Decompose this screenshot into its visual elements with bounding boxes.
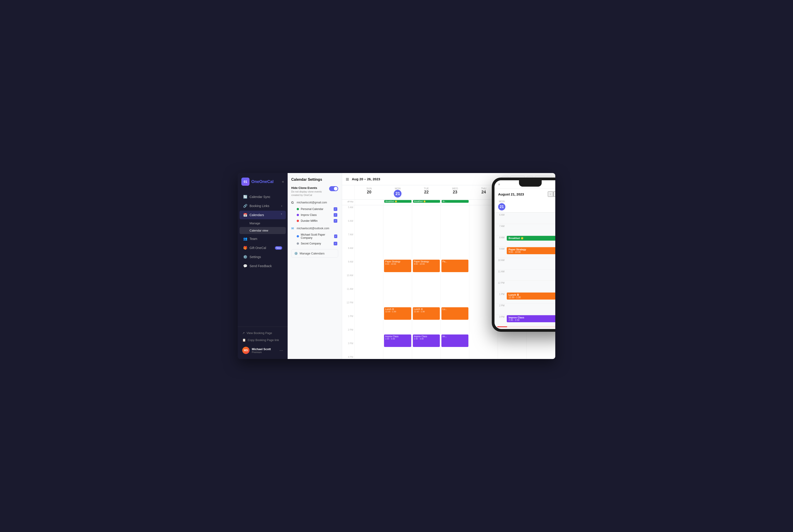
sidebar-item-booking-links[interactable]: 🔗 Booking Links › xyxy=(240,202,286,210)
avatar: MS xyxy=(242,347,249,354)
paper-company-item[interactable]: Michael Scott Paper Company ✓ xyxy=(291,232,338,241)
feedback-icon: 💬 xyxy=(243,264,247,268)
event-improv-mon[interactable]: Improv Class 2:30 - 3:30 xyxy=(384,335,411,347)
phone-header: August 21, 2023 ‹ › ··· xyxy=(494,189,555,198)
event-lunch-tue[interactable]: Lunch 🗓 12:30 - 1:30 xyxy=(413,307,440,320)
phone-progress-bar xyxy=(497,326,555,327)
phone-time-grid[interactable]: 6 AM 7 AM 8 AM xyxy=(494,212,555,326)
day-col-sun xyxy=(355,205,383,359)
phone-notch xyxy=(519,180,542,187)
booking-links-icon: 🔗 xyxy=(243,204,247,208)
sidebar-sub-item-calendar-view[interactable]: Calendar view xyxy=(240,227,286,234)
settings-icon: ⚙️ xyxy=(243,255,247,259)
outlook-account: ✉ michaelscott@outlook.com xyxy=(291,227,338,230)
event-lunch-mon[interactable]: Lunch 🗓 12:30 - 1:30 xyxy=(384,307,411,320)
phone-row-6am: 6 AM xyxy=(494,212,555,224)
user-menu-button[interactable]: ⋯ xyxy=(280,348,283,353)
app-container: 01 OneOneCal « 🔄 Calendar Sync 🔗 Booking… xyxy=(238,173,555,359)
google-account-section: G michaelscott@gmail.com Personal Calend… xyxy=(291,201,338,224)
paper-cal-check: ✓ xyxy=(334,234,337,238)
sidebar-item-team[interactable]: 👥 Team xyxy=(240,234,286,243)
day-header-mon: MON 21 xyxy=(383,185,412,199)
day-col-tue: Paper Strategy 9:00 - 10:00 Lunch 🗓 12:3… xyxy=(412,205,441,359)
phone-day-display: MON 21 xyxy=(498,200,505,211)
sidebar-item-label: Settings xyxy=(249,255,261,259)
all-day-tue: Breakfast 🌟 xyxy=(412,200,441,205)
manage-calendars-button[interactable]: ⚙️ Manage Calendars xyxy=(291,249,338,258)
new-badge: New xyxy=(275,246,282,250)
phone-row-3pm: 3 PM Improv Class 2:30 - 3:30 xyxy=(494,315,555,326)
event-lunch-wed[interactable]: Lu... xyxy=(441,307,468,320)
sidebar-item-calendar-sync[interactable]: 🔄 Calendar Sync xyxy=(240,192,286,201)
copy-booking-link[interactable]: 📋 Copy Booking Page link xyxy=(240,337,286,344)
phone-prev-button[interactable]: ‹ xyxy=(548,191,553,197)
sidebar-item-calendars[interactable]: 📅 Calendars ˅ xyxy=(240,211,286,219)
event-improv-tue[interactable]: Improv Class 2:30 - 3:30 xyxy=(413,335,440,347)
phone-event-paper-strategy[interactable]: Paper Strategy 9:00 - 10:00 xyxy=(507,247,555,254)
breakfast-allday-wed[interactable]: Br... xyxy=(442,200,469,203)
phone-event-improv[interactable]: Improv Class 2:30 - 3:30 xyxy=(507,315,555,322)
personal-calendar-item[interactable]: Personal Calendar ✓ xyxy=(291,206,338,212)
sidebar-item-feedback[interactable]: 💬 Send Feedback xyxy=(240,262,286,270)
logo-text: OneOneCal xyxy=(251,179,273,184)
all-day-wed: Br... xyxy=(441,200,469,205)
hide-clone-events-toggle-row: Hide Clone Events Do not display clone e… xyxy=(291,186,338,197)
phone-row-8am: 8 AM Breakfast 🌟 xyxy=(494,235,555,247)
google-account: G michaelscott@gmail.com xyxy=(291,201,338,204)
event-paper-strategy-mon[interactable]: Paper Strategy 9:00 - 10:00 xyxy=(384,260,411,272)
phone-day-selector: MON 21 xyxy=(494,198,555,212)
main-content: Calendar Settings Hide Clone Events Do n… xyxy=(288,173,555,359)
day-header-wed: WED 23 xyxy=(441,185,469,199)
dunder-cal-dot xyxy=(297,220,299,222)
sidebar-sub-item-manage[interactable]: Manage xyxy=(240,220,286,227)
breakfast-alldayday-mon[interactable]: Breakfast 🌟 xyxy=(384,200,411,203)
sidebar-collapse-button[interactable]: « xyxy=(282,179,284,184)
sidebar-item-label: Calendar Sync xyxy=(249,195,270,198)
phone-screen: ≡ August 21, 2023 ‹ › ··· MON xyxy=(494,180,555,329)
settings-panel: Calendar Settings Hide Clone Events Do n… xyxy=(288,173,342,359)
phone-row-7am: 7 AM xyxy=(494,224,555,235)
phone-next-button[interactable]: › xyxy=(553,191,555,197)
outlook-email: michaelscott@outlook.com xyxy=(297,227,329,230)
event-improv-wed[interactable]: Im... xyxy=(441,335,468,347)
day-header-sun: SUN 20 xyxy=(355,185,383,199)
settings-title: Calendar Settings xyxy=(291,177,338,182)
calendar-view-icon: ▦ xyxy=(346,177,349,181)
sidebar-nav: 🔄 Calendar Sync 🔗 Booking Links › 📅 Cale… xyxy=(238,190,288,326)
sidebar-item-gift[interactable]: 🎁 Gift OneCal New xyxy=(240,244,286,252)
phone-event-lunch[interactable]: Lunch 🗓 12:30 - 1:30 xyxy=(507,292,555,300)
phone-overlay: ≡ August 21, 2023 ‹ › ··· MON xyxy=(492,177,555,332)
user-section: MS Michael Scott Premium ⋯ xyxy=(240,344,286,356)
personal-cal-check: ✓ xyxy=(334,207,337,211)
improv-cal-dot xyxy=(297,214,299,216)
phone-event-breakfast[interactable]: Breakfast 🌟 xyxy=(507,236,555,241)
user-plan: Premium xyxy=(252,351,277,354)
logo-icon: 01 xyxy=(241,177,249,186)
calendars-icon: 📅 xyxy=(243,213,247,217)
secret-cal-dot xyxy=(297,242,299,245)
hide-clone-desc: Do not display clone events created by O… xyxy=(291,190,327,197)
event-paper-strategy-wed[interactable]: Pa... xyxy=(441,260,468,272)
secret-company-item[interactable]: Secret Company ✓ xyxy=(291,241,338,247)
sidebar-item-label: Booking Links xyxy=(249,204,269,208)
hide-clone-toggle[interactable] xyxy=(329,186,338,191)
time-labels-col: 5 AM 6 AM 7 AM 8 AM 9 AM 10 AM 11 AM 12 … xyxy=(342,205,355,359)
outlook-icon: ✉ xyxy=(291,227,295,230)
chevron-down-icon: ˅ xyxy=(281,213,282,216)
outlook-account-section: ✉ michaelscott@outlook.com Michael Scott… xyxy=(291,227,338,247)
breakfast-allday-tue[interactable]: Breakfast 🌟 xyxy=(413,200,440,203)
view-booking-page-link[interactable]: ↗ View Booking Page xyxy=(240,329,286,337)
phone-progress-fill xyxy=(497,326,507,327)
gift-icon: 🎁 xyxy=(243,246,247,250)
sidebar-item-label: Send Feedback xyxy=(249,264,272,268)
paper-cal-dot xyxy=(297,235,299,238)
team-icon: 👥 xyxy=(243,237,247,241)
google-email: michaelscott@gmail.com xyxy=(297,201,327,204)
phone-day-name: MON xyxy=(498,200,505,203)
dunder-cal-check: ✓ xyxy=(334,219,337,223)
dunder-mifflin-item[interactable]: Dunder Mifflin ✓ xyxy=(291,218,338,224)
sidebar-item-settings[interactable]: ⚙️ Settings xyxy=(240,253,286,261)
all-day-mon: Breakfast 🌟 xyxy=(383,200,412,205)
improv-class-item[interactable]: Improv Class ✓ xyxy=(291,212,338,218)
event-paper-strategy-tue[interactable]: Paper Strategy 9:00 - 10:00 xyxy=(413,260,440,272)
